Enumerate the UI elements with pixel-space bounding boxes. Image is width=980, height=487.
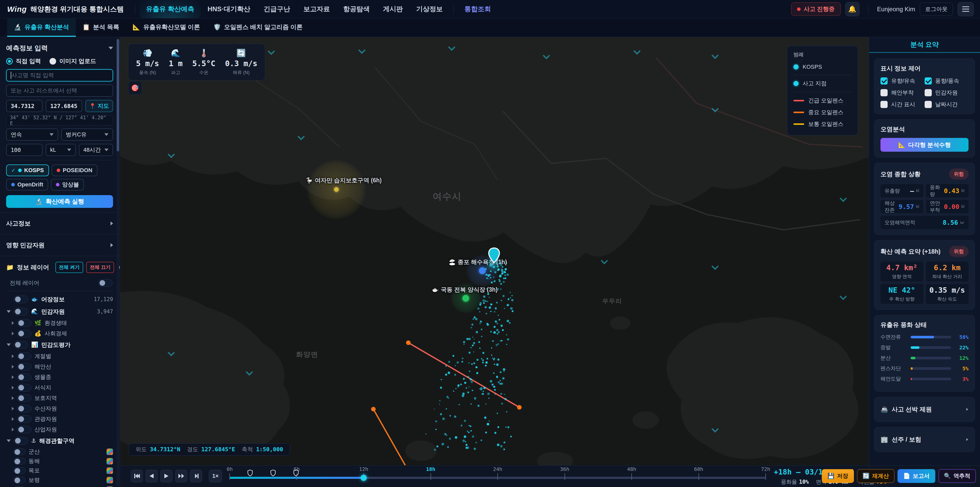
spill-type-select[interactable]: 연속 — [6, 128, 58, 141]
layer-toggle[interactable] — [17, 330, 32, 337]
layer-row-계절별[interactable]: 계절별 — [6, 351, 113, 361]
layer-row-어장정보[interactable]: 🐟어장정보17,129 — [6, 293, 113, 305]
layer-toggle[interactable] — [14, 341, 28, 348]
sidebar-scrollbar-thumb[interactable] — [117, 39, 119, 152]
all-layers-on-button[interactable]: 전체 켜기 — [56, 262, 83, 273]
logout-button[interactable]: 로그아웃 — [920, 3, 953, 16]
insurance-card[interactable]: 🏢 선주 / 보험 — [874, 427, 975, 452]
incident-info-section[interactable]: 사고정보 — [0, 212, 120, 234]
layer-row-생물종[interactable]: 생물종 — [6, 372, 113, 382]
unit-select[interactable]: kL — [46, 144, 76, 156]
layer-row-보령[interactable]: 보령 — [6, 475, 113, 485]
model-chip-KOSPS[interactable]: ✓KOSPS — [6, 164, 49, 176]
incident-list-select[interactable]: 또는 사고 리스트에서 선택 — [6, 85, 113, 97]
play-button[interactable] — [160, 469, 172, 482]
pick-on-map-button[interactable]: 📍 지도 — [85, 100, 113, 112]
duration-select[interactable]: 48시간 — [79, 144, 113, 156]
역추적-button[interactable]: 🔍역추적 — [939, 469, 976, 483]
timeline-slider[interactable]: 0h6h12h18h24h36h48h60h72h — [230, 466, 765, 487]
model-chip-POSEIDON[interactable]: POSEIDON — [52, 164, 97, 176]
layer-row-서식지[interactable]: 서식지 — [6, 382, 113, 393]
layer-toggle[interactable] — [17, 384, 32, 391]
notifications-button[interactable]: 🔔 — [845, 2, 859, 16]
run-prediction-button[interactable]: 🔬 확산예측 실행 — [6, 195, 113, 208]
layer-row-부산[interactable]: 부산 — [6, 485, 113, 487]
layer-row-환경생태[interactable]: 🌿환경생태 — [6, 318, 113, 328]
nav-item-8[interactable]: 통합조회 — [458, 0, 498, 18]
oil-type-select[interactable]: 벙커C유 — [61, 128, 113, 141]
layer-toggle[interactable] — [13, 458, 25, 465]
layer-row-수산자원[interactable]: 수산자원 — [6, 403, 113, 414]
layer-toggle[interactable] — [13, 477, 25, 484]
display-checkbox-시간 표시[interactable]: 시간 표시 — [880, 101, 924, 108]
all-layers-toggle[interactable] — [98, 279, 113, 287]
fast-forward-button[interactable] — [175, 469, 187, 482]
amount-input[interactable]: 100 — [6, 144, 43, 156]
skip-start-button[interactable] — [130, 469, 143, 482]
skip-end-button[interactable] — [190, 469, 202, 482]
layer-toggle[interactable] — [17, 405, 32, 412]
longitude-input[interactable]: 127.6845 — [46, 100, 82, 112]
보고서-button[interactable]: 📄보고서 — [897, 469, 935, 483]
recenter-target-button[interactable]: 🎯 — [128, 81, 142, 95]
display-checkbox-해안부착[interactable]: 해안부착 — [880, 89, 924, 97]
layer-row-보호지역[interactable]: 보호지역 — [6, 393, 113, 403]
radio-image-upload[interactable]: 이미지 업로드 — [49, 57, 96, 65]
layer-row-해안선[interactable]: 해안선 — [6, 361, 113, 372]
layer-row-목포[interactable]: 목포 — [6, 466, 113, 475]
collapse-icon[interactable] — [108, 47, 113, 49]
latitude-input[interactable]: 34.7312 — [6, 100, 43, 112]
display-checkbox-풍향/풍속[interactable]: 풍향/풍속 — [924, 77, 969, 85]
model-chip-앙상블[interactable]: 앙상블 — [51, 179, 84, 190]
nav-item-3[interactable]: 긴급구난 — [257, 0, 297, 18]
incident-pin-icon[interactable] — [488, 247, 500, 265]
all-layers-off-button[interactable]: 전체 끄기 — [86, 262, 114, 273]
layer-row-사회경제[interactable]: 💰사회경제 — [6, 328, 113, 339]
nav-item-5[interactable]: 항공탐색 — [337, 0, 376, 18]
layer-toggle[interactable] — [13, 486, 25, 487]
저장-button[interactable]: 💾저장 — [822, 469, 854, 483]
layer-row-민감자원[interactable]: 🌊민감자원3,947 — [6, 305, 113, 318]
nav-item-1[interactable]: 유출유 확산예측 — [139, 0, 201, 18]
impact-resources-section[interactable]: 영향 민감자원 — [0, 234, 120, 256]
step-back-button[interactable] — [145, 469, 158, 482]
tab-4[interactable]: 🛡️오일펜스 배치 알고리즘 이론 — [207, 18, 309, 37]
nav-item-6[interactable]: 게시판 — [376, 0, 410, 18]
layer-toggle[interactable] — [17, 319, 32, 327]
layer-toggle[interactable] — [13, 467, 25, 474]
display-checkbox-유향/유속[interactable]: 유향/유속 — [880, 77, 924, 85]
map-canvas[interactable]: 여수시화양면우두리🦆여자만 습지보호구역 (6h)🏖️종포 해수욕장 (1h)🐟… — [120, 37, 869, 465]
layer-toggle[interactable] — [17, 363, 32, 370]
layer-toggle[interactable] — [17, 415, 32, 423]
radio-direct-input[interactable]: 직접 입력 — [6, 57, 41, 65]
layer-toggle[interactable] — [17, 394, 32, 402]
display-checkbox-날짜시간[interactable]: 날짜시간 — [924, 101, 969, 108]
model-chip-OpenDrift[interactable]: OpenDrift — [6, 179, 48, 190]
incident-name-input[interactable]: 사고명 직접 입력 — [6, 69, 113, 81]
tab-3[interactable]: 📐유출유확산모델 이론 — [126, 18, 207, 37]
layer-row-산업자원[interactable]: 산업자원 — [6, 424, 113, 435]
layer-row-관광자원[interactable]: 관광자원 — [6, 414, 113, 424]
layer-row-해경관할구역[interactable]: ⚓해경관할구역 — [6, 435, 113, 447]
playback-speed-button[interactable]: 1× — [209, 469, 222, 482]
display-checkbox-민감자원[interactable]: 민감자원 — [924, 89, 969, 97]
nav-item-7[interactable]: 기상정보 — [410, 0, 449, 18]
layer-row-군산[interactable]: 군산 — [6, 447, 113, 457]
재계산-button[interactable]: 🔄재계산 — [857, 469, 894, 483]
layer-toggle[interactable] — [14, 437, 28, 445]
layer-toggle[interactable] — [17, 426, 32, 433]
layer-toggle[interactable] — [17, 374, 32, 381]
layer-toggle[interactable] — [14, 308, 28, 315]
polygon-analysis-button[interactable]: 📐 다각형 분석수행 — [880, 138, 969, 152]
nav-item-4[interactable]: 보고자료 — [297, 0, 337, 18]
tab-1[interactable]: 🔬유출유 확산분석 — [7, 18, 76, 37]
layer-row-동해[interactable]: 동해 — [6, 457, 113, 466]
layer-toggle[interactable] — [14, 295, 28, 303]
tab-2[interactable]: 📋분석 목록 — [76, 18, 126, 37]
timeline-thumb[interactable] — [361, 475, 367, 481]
nav-item-2[interactable]: HNS·대기확산 — [201, 0, 257, 18]
layer-toggle[interactable] — [17, 353, 32, 360]
layer-toggle[interactable] — [13, 448, 25, 455]
menu-button[interactable] — [958, 2, 974, 16]
vessel-info-card[interactable]: 🚢 사고 선박 제원 — [874, 397, 975, 422]
